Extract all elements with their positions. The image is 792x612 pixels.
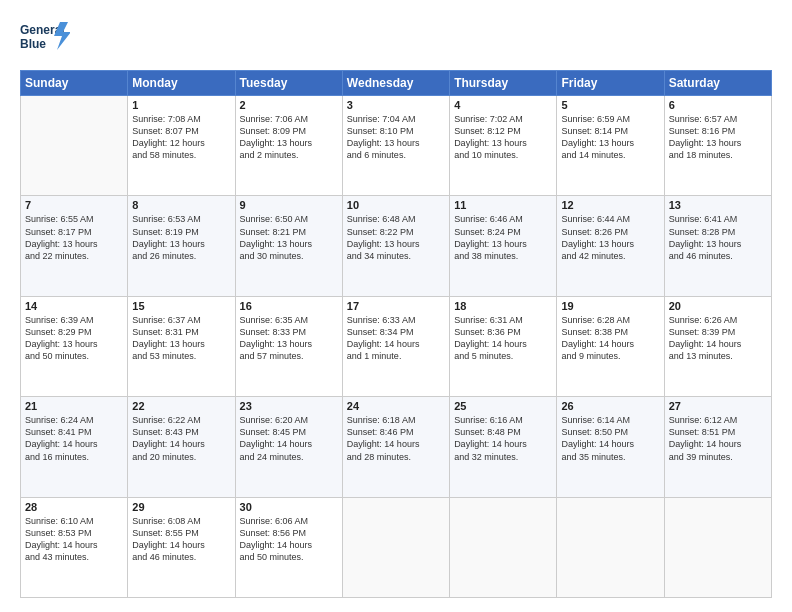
calendar-day-cell: 11Sunrise: 6:46 AM Sunset: 8:24 PM Dayli… bbox=[450, 196, 557, 296]
calendar-day-cell: 2Sunrise: 7:06 AM Sunset: 8:09 PM Daylig… bbox=[235, 96, 342, 196]
calendar-day-cell: 23Sunrise: 6:20 AM Sunset: 8:45 PM Dayli… bbox=[235, 397, 342, 497]
day-number: 6 bbox=[669, 99, 767, 111]
day-number: 5 bbox=[561, 99, 659, 111]
day-info: Sunrise: 6:10 AM Sunset: 8:53 PM Dayligh… bbox=[25, 515, 123, 564]
day-number: 20 bbox=[669, 300, 767, 312]
calendar-day-cell: 25Sunrise: 6:16 AM Sunset: 8:48 PM Dayli… bbox=[450, 397, 557, 497]
calendar-day-cell: 10Sunrise: 6:48 AM Sunset: 8:22 PM Dayli… bbox=[342, 196, 449, 296]
day-number: 16 bbox=[240, 300, 338, 312]
calendar-day-header: Wednesday bbox=[342, 71, 449, 96]
calendar-day-cell: 4Sunrise: 7:02 AM Sunset: 8:12 PM Daylig… bbox=[450, 96, 557, 196]
calendar-day-cell: 28Sunrise: 6:10 AM Sunset: 8:53 PM Dayli… bbox=[21, 497, 128, 597]
day-number: 22 bbox=[132, 400, 230, 412]
header: General Blue bbox=[20, 18, 772, 60]
calendar-header-row: SundayMondayTuesdayWednesdayThursdayFrid… bbox=[21, 71, 772, 96]
day-number: 10 bbox=[347, 199, 445, 211]
calendar-day-cell: 8Sunrise: 6:53 AM Sunset: 8:19 PM Daylig… bbox=[128, 196, 235, 296]
day-info: Sunrise: 6:12 AM Sunset: 8:51 PM Dayligh… bbox=[669, 414, 767, 463]
calendar-week-row: 1Sunrise: 7:08 AM Sunset: 8:07 PM Daylig… bbox=[21, 96, 772, 196]
day-info: Sunrise: 6:14 AM Sunset: 8:50 PM Dayligh… bbox=[561, 414, 659, 463]
day-info: Sunrise: 6:35 AM Sunset: 8:33 PM Dayligh… bbox=[240, 314, 338, 363]
day-number: 9 bbox=[240, 199, 338, 211]
calendar-day-cell: 18Sunrise: 6:31 AM Sunset: 8:36 PM Dayli… bbox=[450, 296, 557, 396]
day-number: 24 bbox=[347, 400, 445, 412]
day-number: 14 bbox=[25, 300, 123, 312]
day-info: Sunrise: 7:06 AM Sunset: 8:09 PM Dayligh… bbox=[240, 113, 338, 162]
day-number: 28 bbox=[25, 501, 123, 513]
day-number: 30 bbox=[240, 501, 338, 513]
calendar-day-cell: 20Sunrise: 6:26 AM Sunset: 8:39 PM Dayli… bbox=[664, 296, 771, 396]
day-info: Sunrise: 6:39 AM Sunset: 8:29 PM Dayligh… bbox=[25, 314, 123, 363]
page: General Blue SundayMondayTuesdayWednesda… bbox=[0, 0, 792, 612]
day-number: 17 bbox=[347, 300, 445, 312]
calendar-day-cell: 6Sunrise: 6:57 AM Sunset: 8:16 PM Daylig… bbox=[664, 96, 771, 196]
calendar-table: SundayMondayTuesdayWednesdayThursdayFrid… bbox=[20, 70, 772, 598]
day-number: 13 bbox=[669, 199, 767, 211]
calendar-week-row: 21Sunrise: 6:24 AM Sunset: 8:41 PM Dayli… bbox=[21, 397, 772, 497]
day-number: 8 bbox=[132, 199, 230, 211]
day-number: 15 bbox=[132, 300, 230, 312]
day-number: 29 bbox=[132, 501, 230, 513]
day-info: Sunrise: 6:16 AM Sunset: 8:48 PM Dayligh… bbox=[454, 414, 552, 463]
day-number: 19 bbox=[561, 300, 659, 312]
calendar-day-cell: 26Sunrise: 6:14 AM Sunset: 8:50 PM Dayli… bbox=[557, 397, 664, 497]
svg-text:Blue: Blue bbox=[20, 37, 46, 51]
day-info: Sunrise: 6:48 AM Sunset: 8:22 PM Dayligh… bbox=[347, 213, 445, 262]
calendar-day-cell: 24Sunrise: 6:18 AM Sunset: 8:46 PM Dayli… bbox=[342, 397, 449, 497]
day-number: 21 bbox=[25, 400, 123, 412]
day-number: 3 bbox=[347, 99, 445, 111]
calendar-day-cell bbox=[450, 497, 557, 597]
day-number: 11 bbox=[454, 199, 552, 211]
day-info: Sunrise: 7:04 AM Sunset: 8:10 PM Dayligh… bbox=[347, 113, 445, 162]
day-number: 12 bbox=[561, 199, 659, 211]
day-info: Sunrise: 6:41 AM Sunset: 8:28 PM Dayligh… bbox=[669, 213, 767, 262]
calendar-day-cell bbox=[21, 96, 128, 196]
day-number: 25 bbox=[454, 400, 552, 412]
day-info: Sunrise: 6:59 AM Sunset: 8:14 PM Dayligh… bbox=[561, 113, 659, 162]
day-info: Sunrise: 7:02 AM Sunset: 8:12 PM Dayligh… bbox=[454, 113, 552, 162]
calendar-day-header: Tuesday bbox=[235, 71, 342, 96]
calendar-week-row: 7Sunrise: 6:55 AM Sunset: 8:17 PM Daylig… bbox=[21, 196, 772, 296]
day-info: Sunrise: 6:33 AM Sunset: 8:34 PM Dayligh… bbox=[347, 314, 445, 363]
calendar-day-cell: 17Sunrise: 6:33 AM Sunset: 8:34 PM Dayli… bbox=[342, 296, 449, 396]
day-info: Sunrise: 6:08 AM Sunset: 8:55 PM Dayligh… bbox=[132, 515, 230, 564]
logo: General Blue bbox=[20, 18, 70, 60]
day-number: 1 bbox=[132, 99, 230, 111]
day-number: 18 bbox=[454, 300, 552, 312]
day-info: Sunrise: 6:22 AM Sunset: 8:43 PM Dayligh… bbox=[132, 414, 230, 463]
calendar-day-cell: 13Sunrise: 6:41 AM Sunset: 8:28 PM Dayli… bbox=[664, 196, 771, 296]
day-info: Sunrise: 6:24 AM Sunset: 8:41 PM Dayligh… bbox=[25, 414, 123, 463]
calendar-day-cell: 12Sunrise: 6:44 AM Sunset: 8:26 PM Dayli… bbox=[557, 196, 664, 296]
day-info: Sunrise: 6:31 AM Sunset: 8:36 PM Dayligh… bbox=[454, 314, 552, 363]
calendar-day-cell: 7Sunrise: 6:55 AM Sunset: 8:17 PM Daylig… bbox=[21, 196, 128, 296]
logo-svg: General Blue bbox=[20, 18, 70, 60]
day-info: Sunrise: 6:57 AM Sunset: 8:16 PM Dayligh… bbox=[669, 113, 767, 162]
calendar-day-cell: 3Sunrise: 7:04 AM Sunset: 8:10 PM Daylig… bbox=[342, 96, 449, 196]
day-info: Sunrise: 6:20 AM Sunset: 8:45 PM Dayligh… bbox=[240, 414, 338, 463]
day-info: Sunrise: 6:55 AM Sunset: 8:17 PM Dayligh… bbox=[25, 213, 123, 262]
calendar-day-header: Monday bbox=[128, 71, 235, 96]
day-number: 2 bbox=[240, 99, 338, 111]
day-number: 26 bbox=[561, 400, 659, 412]
calendar-day-header: Sunday bbox=[21, 71, 128, 96]
calendar-week-row: 28Sunrise: 6:10 AM Sunset: 8:53 PM Dayli… bbox=[21, 497, 772, 597]
day-number: 23 bbox=[240, 400, 338, 412]
calendar-day-cell: 1Sunrise: 7:08 AM Sunset: 8:07 PM Daylig… bbox=[128, 96, 235, 196]
calendar-day-cell: 27Sunrise: 6:12 AM Sunset: 8:51 PM Dayli… bbox=[664, 397, 771, 497]
calendar-day-cell: 5Sunrise: 6:59 AM Sunset: 8:14 PM Daylig… bbox=[557, 96, 664, 196]
calendar-day-cell bbox=[664, 497, 771, 597]
day-info: Sunrise: 6:26 AM Sunset: 8:39 PM Dayligh… bbox=[669, 314, 767, 363]
calendar-day-header: Saturday bbox=[664, 71, 771, 96]
calendar-day-cell: 16Sunrise: 6:35 AM Sunset: 8:33 PM Dayli… bbox=[235, 296, 342, 396]
calendar-day-cell: 14Sunrise: 6:39 AM Sunset: 8:29 PM Dayli… bbox=[21, 296, 128, 396]
day-info: Sunrise: 6:46 AM Sunset: 8:24 PM Dayligh… bbox=[454, 213, 552, 262]
calendar-day-header: Friday bbox=[557, 71, 664, 96]
calendar-day-cell: 19Sunrise: 6:28 AM Sunset: 8:38 PM Dayli… bbox=[557, 296, 664, 396]
day-number: 4 bbox=[454, 99, 552, 111]
calendar-week-row: 14Sunrise: 6:39 AM Sunset: 8:29 PM Dayli… bbox=[21, 296, 772, 396]
day-number: 27 bbox=[669, 400, 767, 412]
day-info: Sunrise: 6:37 AM Sunset: 8:31 PM Dayligh… bbox=[132, 314, 230, 363]
calendar-day-cell: 9Sunrise: 6:50 AM Sunset: 8:21 PM Daylig… bbox=[235, 196, 342, 296]
calendar-day-cell: 30Sunrise: 6:06 AM Sunset: 8:56 PM Dayli… bbox=[235, 497, 342, 597]
calendar-day-cell: 29Sunrise: 6:08 AM Sunset: 8:55 PM Dayli… bbox=[128, 497, 235, 597]
